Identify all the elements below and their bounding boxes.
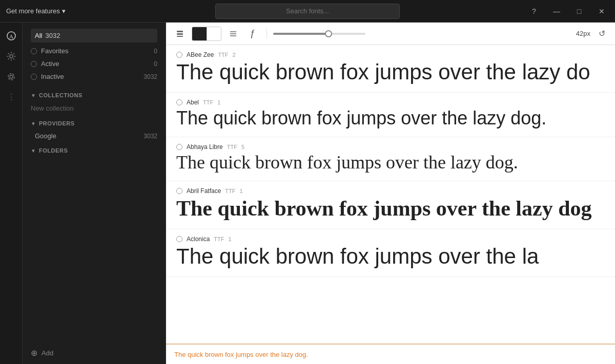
- font-name-abel: Abel: [187, 99, 199, 106]
- font-preview-abrilfatface: The quick brown fox jumps over the lazy …: [176, 197, 605, 220]
- titlebar-right: ? — □ ✕: [517, 4, 609, 18]
- help-icon: ?: [532, 7, 536, 15]
- light-mode-button[interactable]: [207, 27, 221, 40]
- font-type-abrilfatface: TTF: [225, 188, 235, 194]
- svg-text:A: A: [9, 33, 13, 39]
- collections-arrow: ▼: [31, 93, 36, 98]
- folders-label: FOLDERS: [39, 147, 68, 154]
- favorites-count: 0: [154, 48, 157, 55]
- toolbar: ƒ 42px ↺: [166, 23, 615, 45]
- collections-label: COLLECTIONS: [39, 92, 83, 98]
- search-bar[interactable]: [215, 4, 400, 19]
- chevron-down-icon: ▾: [62, 7, 66, 15]
- content-area: ƒ 42px ↺ ABee Zee TTF 2: [166, 23, 615, 364]
- font-meta-abel: Abel TTF 1: [176, 99, 605, 106]
- filter-active[interactable]: Active 0: [31, 57, 157, 70]
- titlebar-left: Get more features ▾: [6, 7, 98, 15]
- font-entry-abhayalibre: Abhaya Libre TTF 5 The quick brown fox j…: [166, 137, 615, 182]
- font-type-abeezee: TTF: [218, 52, 228, 58]
- providers-label: PROVIDERS: [39, 120, 75, 126]
- font-meta-abeezee: ABee Zee TTF 2: [176, 51, 605, 58]
- inactive-label: Inactive: [41, 73, 137, 80]
- font-type-aclonica: TTF: [214, 236, 224, 242]
- slider-track[interactable]: [273, 33, 365, 35]
- maximize-icon: □: [577, 7, 581, 15]
- minimize-button[interactable]: —: [549, 4, 564, 18]
- dark-mode-button[interactable]: [192, 27, 207, 40]
- font-meta-aclonica: Aclonica TTF 1: [176, 235, 605, 243]
- minimize-icon: —: [553, 7, 560, 15]
- font-radio-abeezee[interactable]: [176, 52, 182, 58]
- new-collection-button[interactable]: New collection: [23, 101, 166, 115]
- reset-button[interactable]: ↺: [594, 27, 609, 41]
- font-type-abel: TTF: [203, 99, 213, 105]
- folders-header[interactable]: ▼ FOLDERS: [23, 142, 166, 157]
- size-slider[interactable]: [273, 33, 568, 35]
- svg-point-3: [10, 75, 13, 78]
- help-button[interactable]: ?: [527, 4, 541, 18]
- font-radio-abrilfatface[interactable]: [176, 188, 182, 194]
- font-entry-abrilfatface: Abril Fatface TTF 1 The quick brown fox …: [166, 181, 615, 229]
- font-variants-abhayalibre: 5: [241, 144, 244, 150]
- reset-icon: ↺: [599, 29, 605, 38]
- font-preview-aclonica: The quick brown fox jumps over the la: [176, 245, 605, 268]
- svg-point-2: [10, 55, 13, 58]
- font-name-abrilfatface: Abril Fatface: [187, 187, 221, 195]
- font-name-abeezee: ABee Zee: [187, 51, 214, 58]
- font-variants-abel: 1: [217, 99, 220, 105]
- font-entry-abeezee: ABee Zee TTF 2 The quick brown fox jumps…: [166, 45, 615, 93]
- active-count: 0: [154, 60, 157, 68]
- titlebar-center: [98, 4, 517, 19]
- layout-list-button[interactable]: [172, 26, 188, 41]
- add-circle-icon: ⊕: [31, 348, 37, 358]
- align-button[interactable]: [225, 26, 241, 41]
- font-preview-abeezee: The quick brown fox jumps over the lazy …: [176, 60, 605, 84]
- providers-header[interactable]: ▼ PROVIDERS: [23, 115, 166, 130]
- font-preview-abel: The quick brown fox jumps over the lazy …: [176, 108, 605, 129]
- color-toggle[interactable]: [192, 27, 221, 41]
- filter-all[interactable]: All 3032: [31, 29, 157, 42]
- font-radio-abhayalibre[interactable]: [176, 144, 182, 150]
- font-variants-aclonica: 1: [229, 236, 232, 242]
- slider-thumb[interactable]: [325, 30, 332, 37]
- search-input[interactable]: [222, 7, 393, 15]
- font-variants-abrilfatface: 1: [240, 188, 243, 194]
- toolbar-divider: [266, 29, 267, 39]
- all-count: 3032: [45, 32, 60, 39]
- favorites-label: Favorites: [41, 47, 148, 55]
- left-panel: All 3032 Favorites 0 Active 0 Inactive 3…: [23, 23, 166, 364]
- close-button[interactable]: ✕: [594, 4, 609, 18]
- svg-point-4: [8, 74, 14, 80]
- font-preview-abhayalibre: The quick brown fox jumps over the lazy …: [176, 153, 605, 173]
- provider-google[interactable]: Google 3032: [23, 130, 166, 142]
- icon-sidebar: A ⋮: [0, 23, 23, 364]
- maximize-button[interactable]: □: [572, 4, 586, 18]
- font-radio-aclonica[interactable]: [176, 236, 182, 242]
- slider-fill: [273, 33, 329, 35]
- font-variants-abeezee: 2: [233, 52, 236, 58]
- font-radio-abel[interactable]: [176, 99, 182, 105]
- providers-arrow: ▼: [31, 121, 36, 126]
- add-label: Add: [42, 349, 53, 357]
- filter-favorites[interactable]: Favorites 0: [31, 45, 157, 57]
- radio-active: [31, 61, 37, 67]
- close-icon: ✕: [599, 7, 605, 15]
- font-name-abhayalibre: Abhaya Libre: [187, 143, 223, 151]
- filter-inactive[interactable]: Inactive 3032: [31, 70, 157, 83]
- get-more-features-button[interactable]: Get more features ▾: [6, 7, 66, 15]
- collections-header[interactable]: ▼ COLLECTIONS: [23, 87, 166, 101]
- add-button[interactable]: ⊕ Add: [23, 342, 166, 364]
- font-name-aclonica: Aclonica: [187, 235, 210, 243]
- font-entry-aclonica: Aclonica TTF 1 The quick brown fox jumps…: [166, 229, 615, 277]
- svg-rect-7: [177, 36, 183, 37]
- bottom-bar: The quick brown fox jumps over the lazy …: [166, 344, 615, 364]
- size-label: 42px: [572, 30, 590, 37]
- font-meta-abhayalibre: Abhaya Libre TTF 5: [176, 143, 605, 151]
- style-button[interactable]: ƒ: [245, 26, 260, 41]
- svg-rect-5: [177, 31, 183, 32]
- podcast-nav-icon[interactable]: [2, 68, 20, 86]
- more-nav-dots[interactable]: ⋮: [7, 92, 15, 102]
- settings-nav-icon[interactable]: [2, 47, 20, 66]
- fonts-nav-icon[interactable]: A: [2, 27, 20, 45]
- bottom-preview-text: The quick brown fox jumps over the lazy …: [174, 351, 308, 358]
